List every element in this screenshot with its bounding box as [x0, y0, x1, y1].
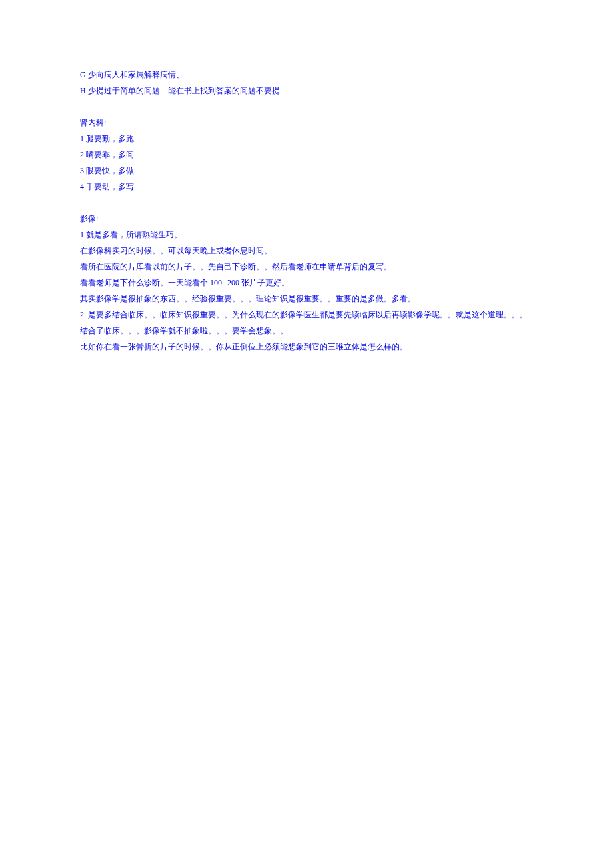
text-line: 2 嘴要乖，多问 [80, 147, 533, 163]
document-body: G 少向病人和家属解释病情、 H 少提过于简单的问题－能在书上找到答案的问题不要… [80, 67, 533, 355]
text-line: 1.就是多看，所谓熟能生巧。 [80, 227, 533, 243]
blank-line [80, 195, 533, 211]
text-line: 2. 是要多结合临床。。临床知识很重要。。为什么现在的影像学医生都是要先读临床以… [80, 307, 533, 339]
text-line: G 少向病人和家属解释病情、 [80, 67, 533, 83]
text-line: H 少提过于简单的问题－能在书上找到答案的问题不要提 [80, 83, 533, 99]
text-line: 1 腿要勤，多跑 [80, 131, 533, 147]
text-line: 比如你在看一张骨折的片子的时候。。你从正侧位上必须能想象到它的三唯立体是怎么样的… [80, 339, 533, 355]
section-heading: 肾内科: [80, 115, 533, 131]
text-line: 在影像科实习的时候。。可以每天晚上或者休息时间。 [80, 243, 533, 259]
text-line: 3 眼要快，多做 [80, 163, 533, 179]
text-line: 看看老师是下什么诊断。一天能看个 100--200 张片子更好。 [80, 275, 533, 291]
blank-line [80, 99, 533, 115]
text-line: 其实影像学是很抽象的东西。。经验很重要。。。理论知识是很重要。。重要的是多做。多… [80, 291, 533, 307]
text-line: 看所在医院的片库看以前的片子。。先自己下诊断。。然后看老师在申请单背后的复写。 [80, 259, 533, 275]
section-heading: 影像: [80, 211, 533, 227]
text-line: 4 手要动，多写 [80, 179, 533, 195]
